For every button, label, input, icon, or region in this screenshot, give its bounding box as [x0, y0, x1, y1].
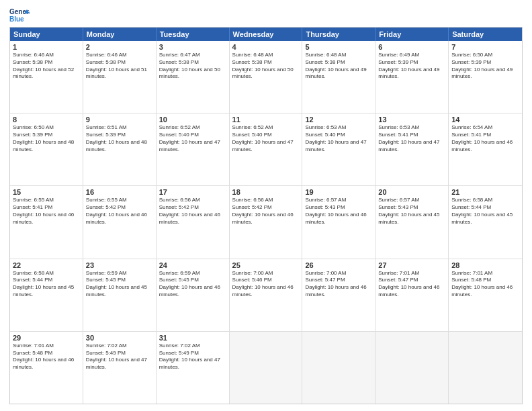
calendar: SundayMondayTuesdayWednesdayThursdayFrid…	[9, 27, 523, 404]
header-day-thursday: Thursday	[302, 28, 375, 41]
day-number: 5	[305, 43, 372, 51]
cal-cell: 24Sunrise: 6:59 AMSunset: 5:45 PMDayligh…	[157, 259, 230, 331]
cal-cell: 13Sunrise: 6:53 AMSunset: 5:41 PMDayligh…	[375, 113, 449, 185]
cal-cell: 9Sunrise: 6:51 AMSunset: 5:39 PMDaylight…	[83, 113, 157, 185]
cell-info: Sunrise: 7:01 AMSunset: 5:47 PMDaylight:…	[378, 270, 445, 299]
calendar-header: SundayMondayTuesdayWednesdayThursdayFrid…	[10, 28, 522, 41]
day-number: 8	[13, 116, 80, 124]
cell-info: Sunrise: 6:57 AMSunset: 5:43 PMDaylight:…	[378, 197, 445, 226]
cell-info: Sunrise: 7:02 AMSunset: 5:49 PMDaylight:…	[86, 342, 153, 371]
day-number: 24	[159, 261, 226, 269]
cell-info: Sunrise: 6:46 AMSunset: 5:38 PMDaylight:…	[13, 52, 80, 81]
cell-info: Sunrise: 7:01 AMSunset: 5:48 PMDaylight:…	[13, 342, 80, 371]
day-number: 15	[13, 188, 80, 196]
cal-cell	[230, 332, 303, 404]
cell-info: Sunrise: 6:47 AMSunset: 5:38 PMDaylight:…	[159, 52, 226, 81]
day-number: 23	[86, 261, 153, 269]
day-number: 6	[378, 43, 445, 51]
day-number: 31	[159, 334, 226, 342]
day-number: 13	[378, 116, 445, 124]
day-number: 17	[159, 188, 226, 196]
cal-cell: 25Sunrise: 7:00 AMSunset: 5:46 PMDayligh…	[230, 259, 303, 331]
day-number: 9	[86, 116, 153, 124]
day-number: 29	[13, 334, 80, 342]
cal-cell: 31Sunrise: 7:02 AMSunset: 5:49 PMDayligh…	[157, 332, 230, 404]
day-number: 14	[451, 116, 519, 124]
cell-info: Sunrise: 6:51 AMSunset: 5:39 PMDaylight:…	[86, 124, 153, 153]
cal-cell: 30Sunrise: 7:02 AMSunset: 5:49 PMDayligh…	[83, 332, 157, 404]
cell-info: Sunrise: 6:49 AMSunset: 5:39 PMDaylight:…	[378, 52, 445, 81]
day-number: 16	[86, 188, 153, 196]
cal-cell: 4Sunrise: 6:48 AMSunset: 5:38 PMDaylight…	[230, 41, 303, 113]
day-number: 30	[86, 334, 153, 342]
cell-info: Sunrise: 6:53 AMSunset: 5:40 PMDaylight:…	[305, 124, 372, 153]
cell-info: Sunrise: 6:56 AMSunset: 5:42 PMDaylight:…	[159, 197, 226, 226]
cal-cell: 8Sunrise: 6:50 AMSunset: 5:39 PMDaylight…	[10, 113, 83, 185]
cal-cell	[302, 332, 375, 404]
cell-info: Sunrise: 6:46 AMSunset: 5:38 PMDaylight:…	[86, 52, 153, 81]
cal-cell: 23Sunrise: 6:59 AMSunset: 5:45 PMDayligh…	[83, 259, 157, 331]
day-number: 10	[159, 116, 226, 124]
week-row-4: 22Sunrise: 6:58 AMSunset: 5:44 PMDayligh…	[10, 259, 522, 332]
header-day-sunday: Sunday	[10, 28, 83, 41]
cell-info: Sunrise: 6:59 AMSunset: 5:45 PMDaylight:…	[159, 270, 226, 299]
cal-cell: 1Sunrise: 6:46 AMSunset: 5:38 PMDaylight…	[10, 41, 83, 113]
week-row-3: 15Sunrise: 6:55 AMSunset: 5:41 PMDayligh…	[10, 186, 522, 259]
cal-cell: 14Sunrise: 6:54 AMSunset: 5:41 PMDayligh…	[449, 113, 522, 185]
cal-cell: 29Sunrise: 7:01 AMSunset: 5:48 PMDayligh…	[10, 332, 83, 404]
day-number: 27	[378, 261, 445, 269]
cell-info: Sunrise: 6:58 AMSunset: 5:44 PMDaylight:…	[451, 197, 519, 226]
cal-cell: 16Sunrise: 6:55 AMSunset: 5:42 PMDayligh…	[83, 186, 157, 258]
header-day-saturday: Saturday	[449, 28, 522, 41]
cal-cell: 12Sunrise: 6:53 AMSunset: 5:40 PMDayligh…	[302, 113, 375, 185]
cal-cell	[449, 332, 522, 404]
cal-cell: 11Sunrise: 6:52 AMSunset: 5:40 PMDayligh…	[230, 113, 303, 185]
cal-cell: 10Sunrise: 6:52 AMSunset: 5:40 PMDayligh…	[157, 113, 230, 185]
cal-cell: 20Sunrise: 6:57 AMSunset: 5:43 PMDayligh…	[375, 186, 449, 258]
cell-info: Sunrise: 6:56 AMSunset: 5:42 PMDaylight:…	[232, 197, 300, 226]
cal-cell: 2Sunrise: 6:46 AMSunset: 5:38 PMDaylight…	[83, 41, 157, 113]
cal-cell	[375, 332, 449, 404]
cell-info: Sunrise: 6:54 AMSunset: 5:41 PMDaylight:…	[451, 124, 519, 153]
cell-info: Sunrise: 6:57 AMSunset: 5:43 PMDaylight:…	[305, 197, 372, 226]
week-row-1: 1Sunrise: 6:46 AMSunset: 5:38 PMDaylight…	[10, 41, 522, 113]
day-number: 21	[451, 188, 519, 196]
cal-cell: 7Sunrise: 6:50 AMSunset: 5:39 PMDaylight…	[449, 41, 522, 113]
cal-cell: 26Sunrise: 7:00 AMSunset: 5:47 PMDayligh…	[302, 259, 375, 331]
cell-info: Sunrise: 7:00 AMSunset: 5:47 PMDaylight:…	[305, 270, 372, 299]
cal-cell: 18Sunrise: 6:56 AMSunset: 5:42 PMDayligh…	[230, 186, 303, 258]
logo: General Blue	[9, 7, 30, 23]
page-container: General Blue SundayMondayTuesdayWednesda…	[0, 0, 532, 411]
calendar-body: 1Sunrise: 6:46 AMSunset: 5:38 PMDaylight…	[10, 41, 522, 404]
cell-info: Sunrise: 6:50 AMSunset: 5:39 PMDaylight:…	[13, 124, 80, 153]
day-number: 12	[305, 116, 372, 124]
cal-cell: 28Sunrise: 7:01 AMSunset: 5:48 PMDayligh…	[449, 259, 522, 331]
cell-info: Sunrise: 6:55 AMSunset: 5:42 PMDaylight:…	[86, 197, 153, 226]
cell-info: Sunrise: 6:53 AMSunset: 5:41 PMDaylight:…	[378, 124, 445, 153]
header-day-friday: Friday	[375, 28, 449, 41]
day-number: 26	[305, 261, 372, 269]
header-day-monday: Monday	[83, 28, 157, 41]
svg-text:Blue: Blue	[9, 15, 24, 23]
cal-cell: 19Sunrise: 6:57 AMSunset: 5:43 PMDayligh…	[302, 186, 375, 258]
cal-cell: 15Sunrise: 6:55 AMSunset: 5:41 PMDayligh…	[10, 186, 83, 258]
cell-info: Sunrise: 7:01 AMSunset: 5:48 PMDaylight:…	[451, 270, 519, 299]
cell-info: Sunrise: 6:59 AMSunset: 5:45 PMDaylight:…	[86, 270, 153, 299]
cal-cell: 21Sunrise: 6:58 AMSunset: 5:44 PMDayligh…	[449, 186, 522, 258]
cell-info: Sunrise: 6:50 AMSunset: 5:39 PMDaylight:…	[451, 52, 519, 81]
cell-info: Sunrise: 6:52 AMSunset: 5:40 PMDaylight:…	[159, 124, 226, 153]
cell-info: Sunrise: 7:00 AMSunset: 5:46 PMDaylight:…	[232, 270, 300, 299]
day-number: 28	[451, 261, 519, 269]
day-number: 4	[232, 43, 300, 51]
cell-info: Sunrise: 6:52 AMSunset: 5:40 PMDaylight:…	[232, 124, 300, 153]
cell-info: Sunrise: 6:48 AMSunset: 5:38 PMDaylight:…	[232, 52, 300, 81]
week-row-2: 8Sunrise: 6:50 AMSunset: 5:39 PMDaylight…	[10, 113, 522, 186]
cal-cell: 22Sunrise: 6:58 AMSunset: 5:44 PMDayligh…	[10, 259, 83, 331]
day-number: 25	[232, 261, 300, 269]
cal-cell: 27Sunrise: 7:01 AMSunset: 5:47 PMDayligh…	[375, 259, 449, 331]
day-number: 7	[451, 43, 519, 51]
logo-icon: General Blue	[9, 7, 30, 23]
day-number: 19	[305, 188, 372, 196]
day-number: 3	[159, 43, 226, 51]
cal-cell: 5Sunrise: 6:48 AMSunset: 5:38 PMDaylight…	[302, 41, 375, 113]
